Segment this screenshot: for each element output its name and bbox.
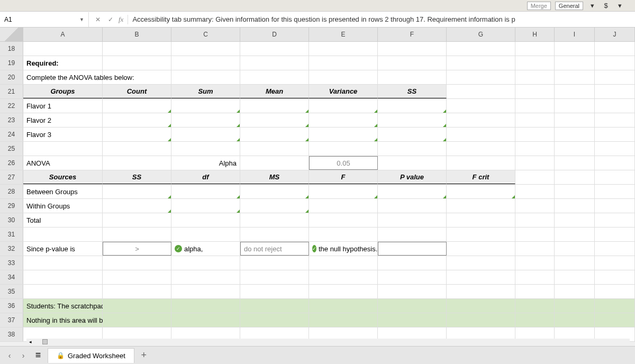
cell-A34[interactable] xyxy=(23,270,103,284)
cell-I25[interactable] xyxy=(555,142,595,156)
cell-B31[interactable] xyxy=(103,228,171,241)
row-header-33[interactable]: 33 xyxy=(0,256,23,270)
cell-H35[interactable] xyxy=(515,285,555,298)
cell-E30[interactable] xyxy=(309,213,378,227)
merge-button[interactable]: Merge xyxy=(527,2,551,10)
cell-B35[interactable] xyxy=(103,285,171,298)
cell-F26[interactable] xyxy=(378,156,447,170)
cell-E27[interactable]: F xyxy=(309,170,378,184)
cell-E31[interactable] xyxy=(309,228,378,241)
cell-C27[interactable]: df xyxy=(171,170,240,184)
cell-C22[interactable] xyxy=(171,99,240,113)
cell-C21[interactable]: Sum xyxy=(171,85,240,98)
cell-B20[interactable] xyxy=(103,70,171,84)
row-header-36[interactable]: 36 xyxy=(0,299,23,313)
cell-I28[interactable] xyxy=(555,185,595,198)
cell-H20[interactable] xyxy=(515,70,555,84)
cell-A28[interactable]: Between Groups xyxy=(23,185,103,198)
cell-C20[interactable] xyxy=(171,70,240,84)
fx-label[interactable]: fx xyxy=(119,15,123,24)
row-header-19[interactable]: 19 xyxy=(0,56,23,70)
cell-H37[interactable] xyxy=(515,313,555,327)
cell-E19[interactable] xyxy=(309,56,378,70)
cell-J27[interactable] xyxy=(595,170,635,184)
cell-D20[interactable] xyxy=(240,70,309,84)
cell-I23[interactable] xyxy=(555,113,595,127)
cell-G25[interactable] xyxy=(447,142,515,156)
row-header-27[interactable]: 27 xyxy=(0,170,23,184)
cell-I34[interactable] xyxy=(555,270,595,284)
cell-H32[interactable] xyxy=(515,242,555,256)
format-dropdown-icon[interactable]: ▾ xyxy=(587,1,597,11)
cell-A29[interactable]: Within Groups xyxy=(23,199,103,213)
cell-E32[interactable]: ✓the null hypothesis. xyxy=(309,242,378,256)
cell-B23[interactable] xyxy=(103,113,171,127)
cell-D37[interactable] xyxy=(240,313,309,327)
cell-J25[interactable] xyxy=(595,142,635,156)
col-header-B[interactable]: B xyxy=(103,28,171,41)
cell-F29[interactable] xyxy=(378,199,447,213)
cell-G30[interactable] xyxy=(447,213,515,227)
col-header-F[interactable]: F xyxy=(378,28,447,41)
cell-I32[interactable] xyxy=(555,242,595,256)
cell-J32[interactable] xyxy=(595,242,635,256)
cell-D33[interactable] xyxy=(240,256,309,270)
cell-E18[interactable] xyxy=(309,42,378,56)
cell-C30[interactable] xyxy=(171,213,240,227)
cell-D27[interactable]: MS xyxy=(240,170,309,184)
cell-G26[interactable] xyxy=(447,156,515,170)
cell-F30[interactable] xyxy=(378,213,447,227)
cell-I20[interactable] xyxy=(555,70,595,84)
cell-C28[interactable] xyxy=(171,185,240,198)
row-header-38[interactable]: 38 xyxy=(0,327,23,341)
cell-D23[interactable] xyxy=(240,113,309,127)
col-header-A[interactable]: A xyxy=(23,28,103,41)
cell-E36[interactable] xyxy=(309,299,378,313)
cell-I18[interactable] xyxy=(555,42,595,56)
cell-F33[interactable] xyxy=(378,256,447,270)
row-header-24[interactable]: 24 xyxy=(0,128,23,141)
cell-B18[interactable] xyxy=(103,42,171,56)
cell-G19[interactable] xyxy=(447,56,515,70)
cell-G20[interactable] xyxy=(447,70,515,84)
more-format-icon[interactable]: ▾ xyxy=(615,1,624,11)
cell-E33[interactable] xyxy=(309,256,378,270)
row-header-23[interactable]: 23 xyxy=(0,113,23,127)
cell-E21[interactable]: Variance xyxy=(309,85,378,98)
cell-B22[interactable] xyxy=(103,99,171,113)
cell-J26[interactable] xyxy=(595,156,635,170)
cell-E34[interactable] xyxy=(309,270,378,284)
cell-D29[interactable] xyxy=(240,199,309,213)
cell-J30[interactable] xyxy=(595,213,635,227)
cell-J37[interactable] xyxy=(595,313,635,327)
cell-G29[interactable] xyxy=(447,199,515,213)
cell-E22[interactable] xyxy=(309,99,378,113)
cell-H36[interactable] xyxy=(515,299,555,313)
row-header-32[interactable]: 32 xyxy=(0,242,23,256)
row-header-18[interactable]: 18 xyxy=(0,42,23,56)
cell-B26[interactable] xyxy=(103,156,171,170)
cell-H22[interactable] xyxy=(515,99,555,113)
cell-F22[interactable] xyxy=(378,99,447,113)
cell-C24[interactable] xyxy=(171,128,240,141)
cell-B33[interactable] xyxy=(103,256,171,270)
cell-D25[interactable] xyxy=(240,142,309,156)
row-header-21[interactable]: 21 xyxy=(0,85,23,98)
cell-C35[interactable] xyxy=(171,285,240,298)
cell-A37[interactable]: Nothing in this area will be graded, but… xyxy=(23,313,103,327)
cell-A19[interactable]: Required: xyxy=(23,56,103,70)
cell-E35[interactable] xyxy=(309,285,378,298)
cell-A20[interactable]: Complete the ANOVA tables below: xyxy=(23,70,103,84)
cell-E25[interactable] xyxy=(309,142,378,156)
cell-B25[interactable] xyxy=(103,142,171,156)
cell-D22[interactable] xyxy=(240,99,309,113)
cell-H23[interactable] xyxy=(515,113,555,127)
cell-C23[interactable] xyxy=(171,113,240,127)
cell-B21[interactable]: Count xyxy=(103,85,171,98)
cell-D28[interactable] xyxy=(240,185,309,198)
cell-E29[interactable] xyxy=(309,199,378,213)
cell-A21[interactable]: Groups xyxy=(23,85,103,98)
cell-B29[interactable] xyxy=(103,199,171,213)
row-header-28[interactable]: 28 xyxy=(0,185,23,198)
cell-F20[interactable] xyxy=(378,70,447,84)
